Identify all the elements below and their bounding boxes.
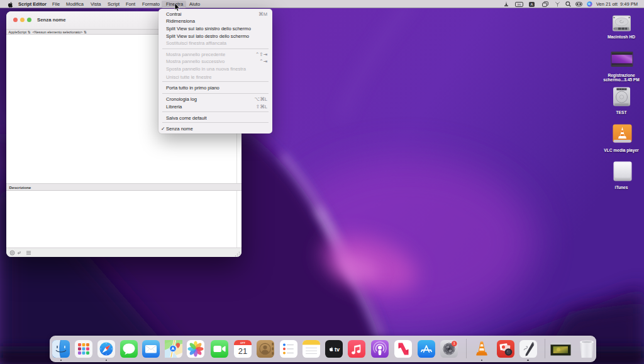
svg-text:OTT: OTT (240, 341, 246, 344)
svg-text:im: im (518, 2, 521, 6)
svg-text:A: A (530, 3, 533, 6)
svg-text:tv: tv (335, 346, 340, 353)
svg-text:21: 21 (238, 346, 247, 356)
svg-text:1: 1 (453, 341, 455, 345)
